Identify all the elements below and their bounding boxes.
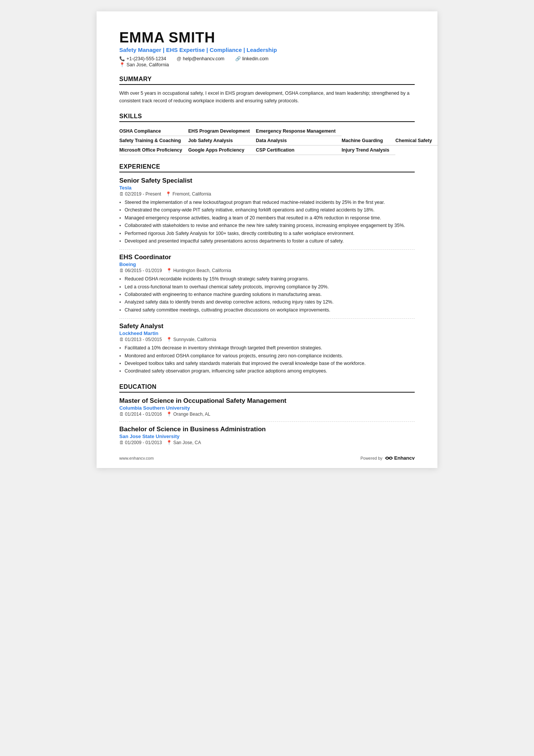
skills-row-2: Safety Training & Coaching Job Safety An… xyxy=(119,136,438,146)
calendar-icon-edu-1: 🗓 xyxy=(119,412,124,417)
degree-1-date: 🗓 01/2014 - 01/2016 xyxy=(119,412,162,417)
skills-section: SKILLS OSHA Compliance EHS Program Devel… xyxy=(119,113,415,155)
job-1-bullet-5: Performed rigorous Job Safety Analysis f… xyxy=(119,230,415,237)
brand-name: Enhancv xyxy=(394,455,415,461)
linkedin-value: linkedin.com xyxy=(242,56,269,61)
location-icon-2: 📍 xyxy=(166,268,172,273)
skills-grid: OSHA Compliance EHS Program Development … xyxy=(119,127,438,155)
skill-google-apps: Google Apps Proficiency xyxy=(188,146,256,155)
job-2-company: Boeing xyxy=(119,261,415,267)
job-2-bullet-4: Analyzed safety data to identify trends … xyxy=(119,299,415,306)
degree-1-location: 📍 Orange Beach, AL xyxy=(166,412,210,417)
location-contact: 📍 San Jose, California xyxy=(119,62,169,67)
page-footer: www.enhancv.com Powered by Enhancv xyxy=(119,455,415,461)
skills-heading: SKILLS xyxy=(119,113,415,122)
job-3-bullets: Facilitated a 10% decrease in inventory … xyxy=(119,344,415,375)
summary-section: SUMMARY With over 5 years in occupationa… xyxy=(119,76,415,105)
job-3-bullet-4: Coordinated safety observation program, … xyxy=(119,368,415,375)
job-1-bullet-3: Managed emergency response activities, l… xyxy=(119,214,415,222)
header: EMMA SMITH Safety Manager | EHS Expertis… xyxy=(119,30,415,67)
phone-contact: 📞 +1-(234)-555-1234 xyxy=(119,56,166,61)
job-3-date: 🗓 01/2013 - 05/2015 xyxy=(119,337,162,342)
skill-machine-guarding: Machine Guarding xyxy=(342,136,395,146)
degree-2-date: 🗓 01/2009 - 01/2013 xyxy=(119,440,162,445)
footer-url: www.enhancv.com xyxy=(119,456,154,460)
degree-2-location: 📍 San Jose, CA xyxy=(166,440,201,445)
job-2-bullets: Reduced OSHA recordable incidents by 15%… xyxy=(119,275,415,314)
job-1: Senior Safety Specialist Tesla 🗓 02/2019… xyxy=(119,177,415,245)
location-icon-edu-1: 📍 xyxy=(166,412,172,417)
degree-1: Master of Science in Occupational Safety… xyxy=(119,397,415,417)
calendar-icon-edu-2: 🗓 xyxy=(119,440,124,445)
degree-2-title: Bachelor of Science in Business Administ… xyxy=(119,426,415,433)
job-1-bullet-4: Collaborated with stakeholders to revise… xyxy=(119,222,415,229)
phone-value: +1-(234)-555-1234 xyxy=(126,56,166,61)
job-3-location: 📍 Sunnyvale, California xyxy=(166,337,216,342)
degree-1-school: Columbia Southern University xyxy=(119,405,415,411)
job-3-company: Lockheed Martin xyxy=(119,330,415,336)
job-2-bullet-1: Reduced OSHA recordable incidents by 15%… xyxy=(119,275,415,283)
skills-row-1: OSHA Compliance EHS Program Development … xyxy=(119,127,438,136)
job-1-company: Tesla xyxy=(119,185,415,191)
job-2-date: 🗓 06/2015 - 01/2019 xyxy=(119,268,162,273)
summary-heading: SUMMARY xyxy=(119,76,415,85)
education-section: EDUCATION Master of Science in Occupatio… xyxy=(119,383,415,445)
degree-2-school: San Jose State University xyxy=(119,434,415,439)
email-contact: @ help@enhancv.com xyxy=(177,56,225,61)
enhancv-icon xyxy=(385,455,393,461)
location-icon-3: 📍 xyxy=(166,337,172,342)
job-2-title: EHS Coordinator xyxy=(119,254,415,261)
email-value: help@enhancv.com xyxy=(183,56,225,61)
calendar-icon-2: 🗓 xyxy=(119,268,124,273)
skill-job-safety: Job Safety Analysis xyxy=(188,136,256,146)
job-separator-2 xyxy=(119,318,415,319)
job-2-location: 📍 Huntington Beach, California xyxy=(166,268,231,273)
powered-by-label: Powered by xyxy=(361,456,383,460)
degree-1-meta: 🗓 01/2014 - 01/2016 📍 Orange Beach, AL xyxy=(119,412,415,417)
job-1-title: Senior Safety Specialist xyxy=(119,177,415,185)
skill-data-analysis: Data Analysis xyxy=(256,136,342,146)
footer-powered-by: Powered by Enhancv xyxy=(361,455,415,461)
job-3-meta: 🗓 01/2013 - 05/2015 📍 Sunnyvale, Califor… xyxy=(119,337,415,342)
skill-injury-trend: Injury Trend Analysis xyxy=(342,146,395,155)
job-1-location: 📍 Fremont, California xyxy=(166,191,211,197)
degree-1-title: Master of Science in Occupational Safety… xyxy=(119,397,415,405)
job-1-bullets: Steered the implementation of a new lock… xyxy=(119,199,415,245)
job-2-bullet-3: Collaborated with engineering to enhance… xyxy=(119,291,415,298)
calendar-icon-3: 🗓 xyxy=(119,337,124,342)
contact-info: 📞 +1-(234)-555-1234 @ help@enhancv.com 🔗… xyxy=(119,56,415,61)
location-icon-edu-2: 📍 xyxy=(166,440,172,445)
skill-safety-training: Safety Training & Coaching xyxy=(119,136,188,146)
enhancv-logo: Enhancv xyxy=(385,455,415,461)
candidate-name: EMMA SMITH xyxy=(119,30,415,46)
skill-osha: OSHA Compliance xyxy=(119,127,188,136)
job-3-title: Safety Analyst xyxy=(119,322,415,330)
job-2-bullet-2: Led a cross-functional team to overhaul … xyxy=(119,283,415,291)
job-3-bullet-2: Monitored and enforced OSHA compliance f… xyxy=(119,352,415,360)
location-value: San Jose, California xyxy=(126,62,169,67)
linkedin-contact: 🔗 linkedin.com xyxy=(235,56,269,61)
phone-icon: 📞 xyxy=(119,56,125,61)
job-3-bullet-3: Developed toolbox talks and safety stand… xyxy=(119,360,415,367)
location-icon: 📍 xyxy=(119,62,125,67)
experience-section: EXPERIENCE Senior Safety Specialist Tesl… xyxy=(119,163,415,375)
job-3-bullet-1: Facilitated a 10% decrease in inventory … xyxy=(119,344,415,352)
job-separator-1 xyxy=(119,249,415,250)
experience-heading: EXPERIENCE xyxy=(119,163,415,172)
job-2: EHS Coordinator Boeing 🗓 06/2015 - 01/20… xyxy=(119,254,415,314)
skill-emergency: Emergency Response Management xyxy=(256,127,342,136)
skill-chemical-safety: Chemical Safety xyxy=(395,136,438,146)
skills-row-3: Microsoft Office Proficiency Google Apps… xyxy=(119,146,438,155)
degree-2: Bachelor of Science in Business Administ… xyxy=(119,426,415,445)
job-1-date: 🗓 02/2019 - Present xyxy=(119,191,161,197)
job-1-meta: 🗓 02/2019 - Present 📍 Fremont, Californi… xyxy=(119,191,415,197)
resume-page: EMMA SMITH Safety Manager | EHS Expertis… xyxy=(97,11,437,468)
email-icon: @ xyxy=(177,56,181,61)
calendar-icon: 🗓 xyxy=(119,191,124,197)
job-1-bullet-2: Orchestrated the company-wide PIT safety… xyxy=(119,207,415,214)
link-icon: 🔗 xyxy=(235,56,241,61)
location-icon-1: 📍 xyxy=(166,191,171,197)
job-2-meta: 🗓 06/2015 - 01/2019 📍 Huntington Beach, … xyxy=(119,268,415,273)
skill-csp: CSP Certification xyxy=(256,146,342,155)
edu-separator-1 xyxy=(119,421,415,422)
